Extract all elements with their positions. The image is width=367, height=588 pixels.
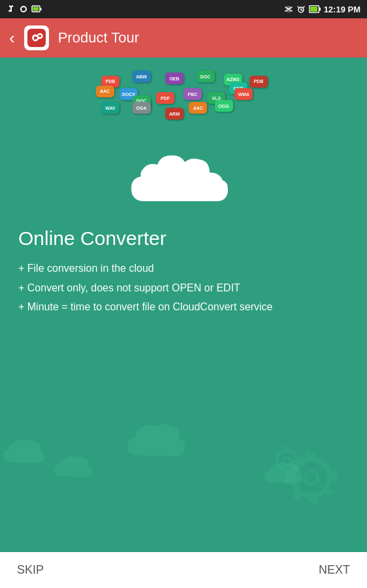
- file-format-badge: DOC: [197, 71, 215, 82]
- svg-point-11: [305, 471, 318, 484]
- feature-item: + File conversion in the cloud: [18, 260, 349, 277]
- toolbar-title: Product Tour: [58, 29, 139, 46]
- feature-item: + Minute = time to convert file on Cloud…: [18, 299, 349, 316]
- main-content: PDBABWOEBDOCAZW3PDBAACDOCXCDRDOCPDFPBCXL…: [0, 57, 367, 552]
- svg-rect-32: [278, 469, 281, 474]
- svg-rect-30: [295, 467, 300, 471]
- bottom-bar: SKIP NEXT: [0, 552, 367, 588]
- feature-list: + File conversion in the cloud+ Convert …: [18, 260, 349, 316]
- svg-rect-1: [12, 5, 13, 7]
- file-format-badge: OGA: [133, 102, 151, 114]
- file-format-badge: PDF: [156, 92, 174, 104]
- status-time: 12:19 PM: [324, 5, 360, 14]
- file-format-badge: ARM: [165, 108, 184, 120]
- gears-icon: [276, 442, 354, 514]
- battery-status-icon: [31, 5, 42, 14]
- svg-rect-34: [276, 451, 279, 455]
- file-format-badge: OEB: [165, 73, 184, 84]
- file-format-badge: WAV: [101, 102, 120, 114]
- infinity-icon: [29, 33, 44, 42]
- file-format-badge: ABW: [133, 71, 151, 82]
- svg-rect-5: [40, 8, 42, 10]
- svg-rect-19: [294, 491, 300, 499]
- status-icons-left: [7, 5, 42, 14]
- app-icon-inner: [27, 29, 46, 47]
- file-format-badge: PDB: [249, 76, 268, 88]
- back-button[interactable]: ‹: [9, 29, 15, 46]
- svg-rect-4: [33, 7, 39, 11]
- sync-icon: [19, 5, 28, 14]
- file-format-badge: AAC: [96, 86, 114, 97]
- illustration: PDBABWOEBDOCAZW3PDBAACDOCXCDRDOCPDFPBCXL…: [18, 71, 349, 214]
- toolbar: ‹ Product Tour: [0, 18, 367, 57]
- status-bar: 12:19 PM: [0, 0, 367, 18]
- skip-button[interactable]: SKIP: [14, 558, 46, 582]
- status-icons-right: 12:19 PM: [284, 5, 360, 14]
- file-format-badge: WMA: [234, 88, 253, 100]
- file-format-badge: AAC: [189, 102, 207, 114]
- alarm-icon: [296, 5, 306, 14]
- feature-item: + Convert only, does not support OPEN or…: [18, 280, 349, 297]
- content-heading: Online Converter: [18, 227, 349, 250]
- file-format-badge: OGG: [215, 100, 233, 112]
- gear-decoration: [276, 442, 354, 516]
- file-format-badge: PBC: [184, 88, 202, 100]
- svg-rect-0: [9, 5, 10, 7]
- svg-rect-17: [325, 489, 333, 495]
- mute-icon: [284, 5, 293, 14]
- svg-rect-9: [319, 8, 321, 11]
- svg-rect-8: [310, 7, 317, 12]
- battery-full-icon: [309, 5, 321, 13]
- cloud-illustration: [118, 142, 249, 214]
- app-icon: [24, 25, 49, 50]
- usb-icon: [7, 5, 16, 14]
- next-button[interactable]: NEXT: [316, 558, 353, 582]
